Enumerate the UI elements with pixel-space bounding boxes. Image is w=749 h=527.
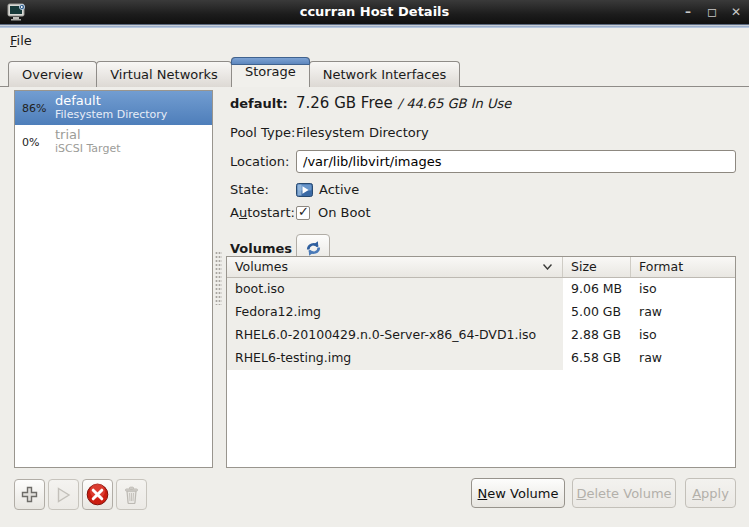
volume-size: 2.88 GB bbox=[563, 324, 631, 347]
volumes-table-header: Volumes Size Format bbox=[227, 257, 735, 278]
volume-size: 6.58 GB bbox=[563, 347, 631, 370]
volume-name: RHEL6-testing.img bbox=[227, 347, 563, 370]
location-input[interactable] bbox=[296, 150, 736, 173]
volumes-section-title: Volumes bbox=[230, 241, 296, 256]
stop-icon bbox=[86, 483, 109, 506]
volume-format: iso bbox=[631, 324, 735, 347]
state-running-icon bbox=[296, 183, 313, 197]
host-details-window: ccurran Host Details – ◻ ✕ File Overview… bbox=[0, 0, 749, 527]
pool-type-label: Pool Type: bbox=[230, 125, 296, 140]
maximize-button[interactable]: ◻ bbox=[705, 0, 719, 24]
volumes-table: Volumes Size Format boot.iso 9.06 MB iso… bbox=[226, 256, 736, 468]
selected-pool-name: default: bbox=[230, 96, 296, 111]
volume-name: Fedora12.img bbox=[227, 301, 563, 324]
pool-name: default bbox=[55, 94, 167, 109]
volume-row[interactable]: Fedora12.img 5.00 GB raw bbox=[227, 301, 735, 324]
column-header-format[interactable]: Format bbox=[631, 257, 735, 277]
volume-name: RHEL6.0-20100429.n.0-Server-x86_64-DVD1.… bbox=[227, 324, 563, 347]
autostart-value: On Boot bbox=[318, 205, 371, 220]
autostart-label: Autostart: bbox=[230, 205, 296, 220]
column-header-size[interactable]: Size bbox=[563, 257, 631, 277]
tab-storage[interactable]: Storage bbox=[231, 57, 310, 87]
state-value: Active bbox=[319, 182, 359, 197]
minimize-button[interactable]: – bbox=[681, 0, 695, 24]
storage-pool-list: 86% default Filesystem Directory 0% tria… bbox=[14, 90, 213, 468]
plus-icon bbox=[21, 486, 38, 503]
pool-used-space: / 44.65 GB In Use bbox=[398, 96, 511, 111]
titlebar: ccurran Host Details – ◻ ✕ bbox=[0, 0, 749, 24]
pool-type-value: Filesystem Directory bbox=[296, 125, 429, 140]
pool-item-trial[interactable]: 0% trial iSCSI Target bbox=[15, 125, 212, 159]
menubar: File bbox=[0, 28, 749, 52]
pool-free-space: 7.26 GB Free bbox=[296, 94, 393, 112]
tab-network-interfaces[interactable]: Network Interfaces bbox=[309, 61, 460, 87]
pool-details-panel: default: 7.26 GB Free / 44.65 GB In Use … bbox=[230, 94, 736, 263]
apply-button[interactable]: Apply bbox=[685, 478, 736, 508]
sort-descending-icon bbox=[543, 264, 552, 270]
tabstrip: Overview Virtual Networks Storage Networ… bbox=[8, 56, 459, 87]
volume-row[interactable]: boot.iso 9.06 MB iso bbox=[227, 278, 735, 301]
window-title: ccurran Host Details bbox=[0, 0, 749, 24]
pool-usage-percent: 0% bbox=[15, 136, 55, 149]
pool-type: iSCSI Target bbox=[55, 143, 120, 156]
tab-virtual-networks[interactable]: Virtual Networks bbox=[96, 61, 232, 87]
new-volume-button[interactable]: New Volume bbox=[471, 478, 565, 508]
stop-pool-button[interactable] bbox=[82, 479, 113, 510]
volume-size: 5.00 GB bbox=[563, 301, 631, 324]
trash-icon bbox=[123, 486, 140, 504]
file-menu[interactable]: File bbox=[0, 30, 42, 51]
volume-size: 9.06 MB bbox=[563, 278, 631, 301]
location-label: Location: bbox=[230, 154, 296, 169]
autostart-checkbox[interactable] bbox=[296, 206, 310, 220]
pool-usage-percent: 86% bbox=[15, 102, 55, 115]
refresh-icon bbox=[304, 240, 323, 257]
volume-format: raw bbox=[631, 301, 735, 324]
delete-volume-button[interactable]: Delete Volume bbox=[572, 478, 676, 508]
volume-row[interactable]: RHEL6-testing.img 6.58 GB raw bbox=[227, 347, 735, 370]
volume-name: boot.iso bbox=[227, 278, 563, 301]
volume-format: raw bbox=[631, 347, 735, 370]
play-icon bbox=[56, 487, 71, 503]
column-header-volumes[interactable]: Volumes bbox=[227, 257, 563, 277]
pane-splitter[interactable] bbox=[215, 251, 222, 305]
delete-pool-button[interactable] bbox=[116, 479, 147, 510]
pool-type: Filesystem Directory bbox=[55, 109, 167, 122]
tab-overview[interactable]: Overview bbox=[8, 61, 97, 87]
state-label: State: bbox=[230, 182, 296, 197]
volume-row[interactable]: RHEL6.0-20100429.n.0-Server-x86_64-DVD1.… bbox=[227, 324, 735, 347]
pool-name: trial bbox=[55, 128, 120, 143]
close-button[interactable]: ✕ bbox=[729, 0, 743, 24]
start-pool-button[interactable] bbox=[48, 479, 79, 510]
volume-format: iso bbox=[631, 278, 735, 301]
add-pool-button[interactable] bbox=[14, 479, 45, 510]
pool-item-default[interactable]: 86% default Filesystem Directory bbox=[15, 91, 212, 125]
